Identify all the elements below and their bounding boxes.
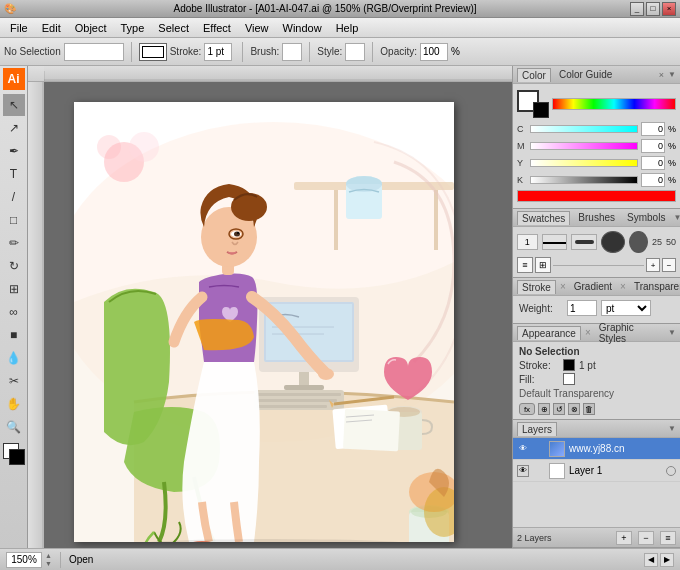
brush-stroke-1[interactable]	[542, 234, 568, 250]
tab-layers[interactable]: Layers	[517, 422, 557, 436]
layers-panel-collapse[interactable]: ▼	[668, 424, 676, 433]
color-y-value[interactable]	[641, 156, 665, 170]
zoom-down-arrow[interactable]: ▼	[45, 560, 52, 567]
brush-circle-2[interactable]	[629, 231, 648, 253]
nav-left-btn[interactable]: ◀	[644, 553, 658, 567]
menu-effect[interactable]: Effect	[197, 20, 237, 36]
color-panel-close[interactable]: ×	[659, 70, 664, 80]
layer-target-1[interactable]	[666, 466, 676, 476]
foreground-color-swatch[interactable]	[9, 449, 25, 465]
tool-rect[interactable]: □	[3, 209, 25, 231]
menu-file[interactable]: File	[4, 20, 34, 36]
layer-item-0[interactable]: 👁 www.yj88.cn	[513, 438, 680, 460]
color-result-bar[interactable]	[517, 190, 676, 202]
background-box[interactable]	[533, 102, 549, 118]
minimize-btn[interactable]: _	[630, 2, 644, 16]
layer-item-1[interactable]: 👁 Layer 1	[513, 460, 680, 482]
swatches-panel-collapse[interactable]: ▼	[673, 213, 680, 222]
layer-vis-1[interactable]: 👁	[517, 465, 529, 477]
color-k-slider[interactable]	[530, 176, 638, 184]
brush-input[interactable]	[282, 43, 302, 61]
app-btn-trash[interactable]: 🗑	[583, 403, 595, 415]
canvas-area[interactable]: for(var i=0;i<480;i+=10){ var tick = (i%…	[28, 66, 512, 548]
tool-pen[interactable]: ✒	[3, 140, 25, 162]
tool-scale[interactable]: ⊞	[3, 278, 25, 300]
tab-graphic-styles[interactable]: Graphic Styles	[595, 321, 664, 345]
tool-line[interactable]: /	[3, 186, 25, 208]
tab-color-guide[interactable]: Color Guide	[555, 68, 616, 81]
close-btn[interactable]: ×	[662, 2, 676, 16]
app-stroke-swatch[interactable]	[563, 359, 575, 371]
swatches-del-btn[interactable]: −	[662, 258, 676, 272]
color-m-value[interactable]	[641, 139, 665, 153]
tool-rotate[interactable]: ↻	[3, 255, 25, 277]
color-m-slider[interactable]	[530, 142, 638, 150]
color-y-slider[interactable]	[530, 159, 638, 167]
maximize-btn[interactable]: □	[646, 2, 660, 16]
tab-gradient[interactable]: Gradient	[570, 280, 616, 293]
opacity-section: Opacity: %	[380, 43, 460, 61]
menu-type[interactable]: Type	[115, 20, 151, 36]
app-btn-4[interactable]: ⊗	[568, 403, 580, 415]
tab-symbols[interactable]: Symbols	[623, 211, 669, 224]
color-c-value[interactable]	[641, 122, 665, 136]
tab-brushes[interactable]: Brushes	[574, 211, 619, 224]
color-c-slider[interactable]	[530, 125, 638, 133]
tab-stroke[interactable]: Stroke	[517, 280, 556, 294]
layer-lock-1[interactable]	[533, 465, 545, 477]
tab-transparency[interactable]: Transparency	[630, 280, 680, 293]
tool-eyedropper[interactable]: 💧	[3, 347, 25, 369]
color-squares[interactable]	[3, 443, 25, 465]
layers-del-btn[interactable]: −	[638, 531, 654, 545]
zoom-up-arrow[interactable]: ▲	[45, 552, 52, 559]
app-fill-swatch[interactable]	[563, 373, 575, 385]
tool-blend[interactable]: ∞	[3, 301, 25, 323]
color-spectrum-bar[interactable]	[552, 98, 676, 110]
selection-input[interactable]	[64, 43, 124, 61]
brush-stroke-2[interactable]	[571, 234, 597, 250]
menu-edit[interactable]: Edit	[36, 20, 67, 36]
weight-value[interactable]	[567, 300, 597, 316]
layer-lock-0[interactable]	[533, 443, 545, 455]
menu-select[interactable]: Select	[152, 20, 195, 36]
layers-menu-btn[interactable]: ≡	[660, 531, 676, 545]
tab-color[interactable]: Color	[517, 68, 551, 82]
brush-item-1[interactable]: 1	[517, 234, 538, 250]
app-btn-1[interactable]: fx	[519, 403, 535, 415]
menu-help[interactable]: Help	[330, 20, 365, 36]
stroke-color-box[interactable]	[139, 43, 167, 61]
style-input[interactable]	[345, 43, 365, 61]
tool-brush[interactable]: ✏	[3, 232, 25, 254]
nav-right-btn[interactable]: ▶	[660, 553, 674, 567]
color-k-value[interactable]	[641, 173, 665, 187]
layer-vis-0[interactable]: 👁	[517, 443, 529, 455]
menu-window[interactable]: Window	[277, 20, 328, 36]
tool-type[interactable]: T	[3, 163, 25, 185]
swatches-add-btn[interactable]: +	[646, 258, 660, 272]
zoom-input[interactable]	[6, 552, 42, 568]
menu-object[interactable]: Object	[69, 20, 113, 36]
swatches-menu-btn[interactable]: ≡	[517, 257, 533, 273]
weight-unit-select[interactable]: pt px mm	[601, 300, 651, 316]
tool-hand[interactable]: ✋	[3, 393, 25, 415]
layers-add-btn[interactable]: +	[616, 531, 632, 545]
stroke-value-input[interactable]	[204, 43, 232, 61]
app-btn-3[interactable]: ↺	[553, 403, 565, 415]
tool-direct-select[interactable]: ↗	[3, 117, 25, 139]
tool-scissors[interactable]: ✂	[3, 370, 25, 392]
style-label: Style:	[317, 46, 342, 57]
app-btn-2[interactable]: ⊕	[538, 403, 550, 415]
tab-swatches[interactable]: Swatches	[517, 211, 570, 225]
tool-select[interactable]: ↖	[3, 94, 25, 116]
appearance-panel-collapse[interactable]: ▼	[668, 328, 676, 337]
swatches-grid-btn[interactable]: ⊞	[535, 257, 551, 273]
color-panel-collapse[interactable]: ▼	[668, 70, 676, 79]
foreground-background-boxes[interactable]	[517, 90, 549, 118]
tab-appearance[interactable]: Appearance	[517, 326, 581, 340]
layer-target-0[interactable]	[666, 444, 676, 454]
brush-circle-1[interactable]	[601, 231, 625, 253]
opacity-input[interactable]	[420, 43, 448, 61]
tool-zoom[interactable]: 🔍	[3, 416, 25, 438]
menu-view[interactable]: View	[239, 20, 275, 36]
tool-gradient[interactable]: ■	[3, 324, 25, 346]
